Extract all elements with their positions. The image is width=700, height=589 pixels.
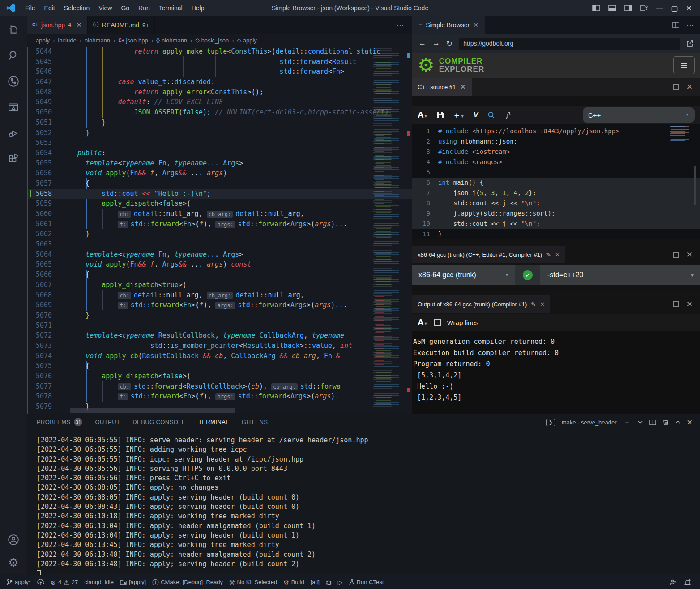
- reload-icon[interactable]: ↻: [446, 39, 452, 48]
- code-line[interactable]: 5052 }: [28, 128, 412, 138]
- toggle-sidebar-icon[interactable]: [592, 5, 600, 11]
- panel-tab-problems[interactable]: PROBLEMS31: [37, 414, 82, 430]
- code-line[interactable]: 5058 std::cout << "Hello :-)\n";: [28, 189, 412, 199]
- code-line[interactable]: 5062 }: [28, 229, 412, 239]
- close-pane-icon[interactable]: ✕: [687, 300, 693, 309]
- close-icon[interactable]: ✕: [555, 251, 560, 258]
- toggle-panel-icon[interactable]: [608, 5, 616, 11]
- terminal-select[interactable]: make - serve_header: [562, 419, 617, 426]
- menu-edit[interactable]: Edit: [40, 0, 60, 16]
- code-line[interactable]: 5065 void apply(Fn&& f, Args&& ... args)…: [28, 259, 412, 270]
- font-size-icon[interactable]: A▼: [418, 318, 428, 327]
- breadcrumb-item[interactable]: nlohmann: [85, 37, 110, 44]
- maximize-pane-icon[interactable]: [673, 252, 679, 258]
- zoom-icon[interactable]: [487, 111, 495, 119]
- menu-go[interactable]: Go: [116, 0, 134, 16]
- add-pane-icon[interactable]: ＋▼: [453, 110, 465, 120]
- maximize-pane-icon[interactable]: [673, 84, 679, 90]
- code-editor[interactable]: 5044 return apply_make_tuple<ConstThis>(…: [27, 47, 412, 414]
- forward-icon[interactable]: →: [432, 39, 440, 48]
- breadcrumb-item[interactable]: ◇basic_json: [195, 37, 229, 44]
- code-line[interactable]: 5067 apply_dispatch<true>(: [28, 280, 412, 290]
- extensions-icon[interactable]: [7, 153, 20, 165]
- code-line[interactable]: 1#include <https://localhost:8443/apply/…: [412, 126, 700, 136]
- code-line[interactable]: 4#include <ranges>: [412, 157, 700, 167]
- minimap[interactable]: [370, 47, 405, 407]
- code-line[interactable]: 2using nlohmann::json;: [412, 136, 700, 147]
- breadcrumb-item[interactable]: {}nlohmann: [156, 37, 187, 44]
- code-line[interactable]: 5049 default: // LCOV_EXCL_LINE: [28, 97, 412, 107]
- close-icon[interactable]: ✕: [460, 82, 466, 92]
- menu-view[interactable]: View: [94, 0, 116, 16]
- terminal-dropdown-icon[interactable]: [638, 420, 643, 424]
- close-tab-icon[interactable]: ✕: [473, 21, 478, 29]
- cmake-icon[interactable]: [7, 101, 20, 114]
- close-tab-icon[interactable]: ✕: [76, 21, 82, 29]
- code-line[interactable]: 11}: [412, 229, 700, 239]
- code-line[interactable]: 5: [412, 167, 700, 178]
- code-line[interactable]: 5073 std::is_member_pointer<ResultCallba…: [28, 341, 412, 351]
- rename-icon[interactable]: ✎: [531, 301, 536, 308]
- panel-tab-output[interactable]: OUTPUT: [95, 414, 120, 430]
- panel-tab-gitlens[interactable]: GITLENS: [242, 414, 268, 430]
- url-input[interactable]: https://godbolt.org: [459, 38, 680, 50]
- new-terminal-icon[interactable]: ＋: [623, 417, 631, 428]
- launch-item[interactable]: ▷: [335, 575, 346, 589]
- panel-tab-terminal[interactable]: TERMINAL: [198, 414, 229, 430]
- maximize-pane-icon[interactable]: [673, 301, 679, 307]
- source-control-icon[interactable]: [7, 75, 20, 88]
- panel-tab-debug-console[interactable]: DEBUG CONSOLE: [132, 414, 186, 430]
- code-line[interactable]: 5069 f:std::forward<Fn>(f), args:std::fo…: [28, 300, 412, 310]
- vim-mode-icon[interactable]: V: [474, 110, 478, 119]
- notifications-item[interactable]: [681, 579, 694, 585]
- close-panel-icon[interactable]: ✕: [687, 418, 693, 427]
- publish-item[interactable]: [34, 575, 47, 589]
- ctest-item[interactable]: Run CTest: [346, 575, 387, 589]
- breadcrumb-item[interactable]: C+json.hpp: [118, 37, 148, 44]
- source-code-editor[interactable]: 1#include <https://localhost:8443/apply/…: [412, 124, 700, 239]
- breadcrumb-item[interactable]: ◇apply: [237, 37, 256, 44]
- compiler-select[interactable]: x86-64 gcc (trunk)▼: [412, 271, 515, 279]
- code-line[interactable]: 9 j.apply(std::ranges::sort);: [412, 208, 700, 219]
- code-line[interactable]: 5048 return apply_error<ConstThis>();: [28, 87, 412, 97]
- rename-icon[interactable]: ✎: [546, 251, 551, 258]
- source-scrollbar[interactable]: [694, 166, 696, 205]
- run-debug-icon[interactable]: [7, 127, 20, 140]
- menu-selection[interactable]: Selection: [60, 0, 94, 16]
- code-line[interactable]: 5051 }: [28, 118, 412, 128]
- code-line[interactable]: 5055 template<typename Fn, typename... A…: [28, 158, 412, 169]
- source-pane-tab[interactable]: C++ source #1 ✕: [412, 78, 472, 96]
- code-line[interactable]: 5061 f:std::forward<Fn>(f), args:std::fo…: [28, 219, 412, 229]
- code-line[interactable]: 5063: [28, 239, 412, 250]
- save-icon[interactable]: [437, 111, 444, 119]
- back-icon[interactable]: ←: [418, 39, 426, 48]
- code-line[interactable]: 5070 }: [28, 310, 412, 321]
- output-pane-tab[interactable]: Output of x86-64 gcc (trunk) (Compiler #…: [412, 295, 550, 313]
- code-line[interactable]: 8 std::cout << j << "\n";: [412, 198, 700, 208]
- split-editor-icon[interactable]: [672, 22, 679, 28]
- hamburger-menu-icon[interactable]: ≡: [673, 56, 695, 74]
- code-line[interactable]: 5054 public:: [28, 148, 412, 158]
- close-pane-icon[interactable]: ✕: [687, 250, 693, 259]
- options-dropdown-icon[interactable]: ▼: [690, 273, 700, 278]
- code-line[interactable]: 5050 JSON_ASSERT(false); // NOLINT(cert-…: [28, 107, 412, 118]
- code-line[interactable]: 5045 std::forward<Result: [28, 57, 412, 67]
- code-line[interactable]: 5076 apply_dispatch<false>(: [28, 371, 412, 381]
- mascot-icon[interactable]: [504, 111, 511, 119]
- code-line[interactable]: 5066 {: [28, 270, 412, 280]
- compiler-pane-tab[interactable]: x86-64 gcc (trunk) (C++, Editor #1, Comp…: [412, 246, 565, 263]
- feedback-item[interactable]: [666, 579, 679, 585]
- close-icon[interactable]: ✕: [540, 301, 545, 308]
- breadcrumb-item[interactable]: include: [58, 37, 76, 44]
- code-line[interactable]: 5053: [28, 138, 412, 148]
- maximize-panel-icon[interactable]: [675, 420, 680, 424]
- cmake-project-item[interactable]: [apply]: [117, 575, 149, 589]
- code-line[interactable]: 5071: [28, 321, 412, 331]
- toggle-secondary-sidebar-icon[interactable]: [624, 5, 632, 11]
- build-item[interactable]: ⚙ Build: [280, 575, 307, 589]
- menu-run[interactable]: Run: [134, 0, 154, 16]
- account-icon[interactable]: [7, 534, 20, 546]
- tab-json-hpp[interactable]: C+ json.hpp 4 ✕: [27, 16, 88, 34]
- code-line[interactable]: 5064 template<typename Fn, typename... A…: [28, 250, 412, 260]
- menu-terminal[interactable]: Terminal: [154, 0, 187, 16]
